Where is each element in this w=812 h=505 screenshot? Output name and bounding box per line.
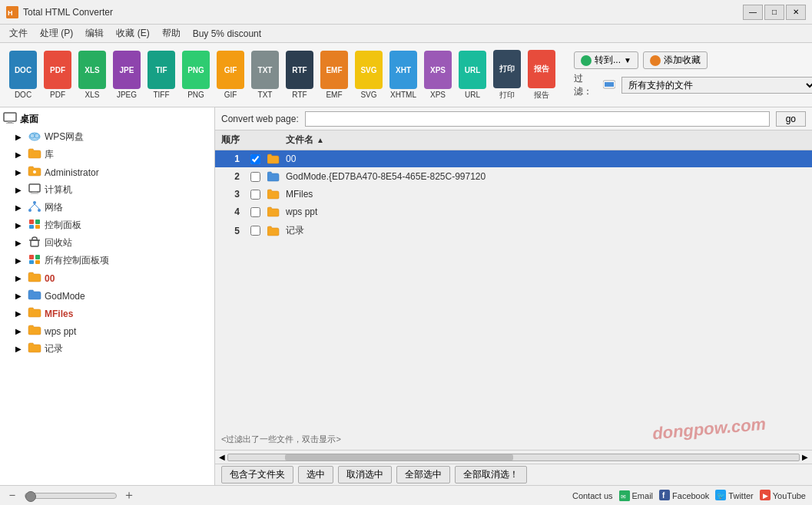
svg-rect-20 — [35, 219, 40, 224]
tool-button-xps[interactable]: XPSXPS — [421, 47, 455, 104]
select-button[interactable]: 选中 — [298, 466, 333, 484]
facebook-button[interactable]: f Facebook — [659, 490, 709, 502]
zoom-minus-icon[interactable]: － — [6, 487, 18, 503]
tool-button-url[interactable]: URLURL — [456, 47, 489, 104]
menu-item-帮助[interactable]: 帮助 — [156, 25, 187, 41]
convert-go-button[interactable]: go — [776, 111, 806, 127]
file-row-3[interactable]: 3 MFiles — [215, 186, 812, 203]
tree-item-control[interactable]: ▶ 控制面板 — [0, 216, 214, 234]
hscroll-left-arrow[interactable]: ◀ — [217, 453, 227, 461]
status-bar: － ＋ Contact us ✉ Email f Facebook 🐦 Twit… — [0, 485, 812, 505]
file-row-4[interactable]: 4 wps ppt — [215, 203, 812, 221]
tree-item-00[interactable]: ▶ 00 — [0, 269, 214, 287]
file-row-2[interactable]: 2 GodMode.{ED7BA470-8E54-465E-825C-99712… — [215, 168, 812, 186]
tool-label-tiff: TIFF — [153, 91, 169, 99]
tree-arrow-icon: ▶ — [15, 292, 26, 300]
tree-item-godmode[interactable]: ▶ GodMode — [0, 287, 214, 305]
menu-item-收藏-(E)[interactable]: 收藏 (E) — [110, 25, 155, 41]
tree-item-allcontrol[interactable]: ▶ 所有控制面板项 — [0, 252, 214, 269]
file-checkbox-2[interactable] — [250, 172, 260, 182]
svg-rect-3 — [605, 82, 614, 87]
tree-arrow-icon: ▶ — [15, 186, 26, 194]
menu-item-编辑[interactable]: 编辑 — [79, 25, 110, 41]
zoom-thumb[interactable] — [25, 491, 36, 502]
tree-item-wps-ppt[interactable]: ▶ wps ppt — [0, 322, 214, 340]
file-checkbox-1[interactable] — [250, 154, 260, 164]
file-row-checkbox[interactable] — [246, 226, 264, 236]
tool-button-xhtml[interactable]: XHTXHTML — [386, 47, 420, 104]
tool-label-txt: TXT — [258, 91, 273, 99]
zoom-plus-icon[interactable]: ＋ — [123, 487, 135, 503]
file-row-checkbox[interactable] — [246, 190, 264, 200]
hscroll-right-arrow[interactable]: ▶ — [800, 453, 810, 461]
tool-button-jpeg[interactable]: JPEJPEG — [110, 47, 144, 104]
close-button[interactable]: ✕ — [786, 5, 806, 20]
email-button[interactable]: ✉ Email — [619, 490, 654, 501]
tree-item-mfiles[interactable]: ▶ MFiles — [0, 305, 214, 322]
col-name-header[interactable]: 文件名 ▲ — [283, 132, 812, 148]
tool-button-png[interactable]: PNGPNG — [179, 47, 213, 104]
maximize-button[interactable]: □ — [764, 5, 784, 20]
goto-button[interactable]: 转到... ▼ — [574, 51, 638, 69]
select-all-button[interactable]: 全部选中 — [396, 466, 450, 484]
tree-item-wps[interactable]: ▶ WPS网盘 — [0, 128, 214, 146]
facebook-label: Facebook — [672, 491, 709, 500]
tool-button-doc[interactable]: DOCDOC — [6, 47, 40, 104]
file-checkbox-3[interactable] — [250, 190, 260, 200]
app-icon: H — [6, 6, 18, 18]
hscroll-track[interactable] — [227, 454, 800, 461]
print-icon: 打印 — [493, 50, 521, 88]
col-num-header[interactable]: 顺序 — [215, 132, 246, 148]
convert-url-input[interactable] — [305, 111, 770, 127]
desktop-label: 桌面 — [20, 113, 38, 126]
filter-dropdown[interactable]: 所有支持的文件 — [621, 77, 812, 94]
tree-item-notes[interactable]: ▶ 记录 — [0, 340, 214, 358]
rtf-icon: RTF — [286, 51, 313, 89]
twitter-button[interactable]: 🐦 Twitter — [715, 490, 753, 502]
tool-label-xls: XLS — [85, 91, 100, 99]
file-checkbox-4[interactable] — [250, 207, 260, 217]
tool-button-rtf[interactable]: RTFRTF — [283, 47, 317, 104]
file-row-checkbox[interactable] — [246, 172, 264, 182]
tool-button-report[interactable]: 报告报告 — [525, 47, 558, 104]
file-row-1[interactable]: 1 00 — [215, 150, 812, 168]
tree-item-network[interactable]: ▶ 网络 — [0, 199, 214, 216]
tree-item-lib[interactable]: ▶ 库 — [0, 146, 214, 163]
tool-button-emf[interactable]: EMFEMF — [317, 47, 351, 104]
deselect-all-button[interactable]: 全部取消选！ — [455, 466, 527, 484]
tool-button-txt[interactable]: TXTTXT — [248, 47, 282, 104]
allcontrol-folder-icon — [28, 253, 41, 268]
menu-item-文件[interactable]: 文件 — [3, 25, 34, 41]
bookmark-button[interactable]: 添加收藏 — [643, 51, 708, 69]
tree-item-computer[interactable]: ▶ 计算机 — [0, 181, 214, 199]
menu-item-处理-(P)[interactable]: 处理 (P) — [34, 25, 79, 41]
file-row-checkbox[interactable] — [246, 207, 264, 217]
minimize-button[interactable]: — — [743, 5, 763, 20]
deselect-button[interactable]: 取消选中 — [338, 466, 392, 484]
youtube-button[interactable]: ▶ YouTube — [760, 490, 806, 502]
filtered-message[interactable]: <过滤出了一些文件，双击显示> — [215, 429, 812, 450]
tool-button-svg[interactable]: SVGSVG — [352, 47, 386, 104]
xhtml-icon: XHT — [389, 51, 417, 89]
menu-item-Buy-5%-discount[interactable]: Buy 5% discount — [187, 27, 267, 41]
tree-arrow-icon: ▶ — [15, 133, 26, 141]
zoom-slider[interactable] — [25, 493, 117, 499]
tool-button-print[interactable]: 打印打印 — [490, 47, 524, 104]
horizontal-scrollbar[interactable]: ◀ ▶ — [215, 450, 812, 464]
hscroll-thumb[interactable] — [285, 454, 513, 460]
include-subfolders-button[interactable]: 包含子文件夹 — [221, 466, 293, 484]
tree-item-desktop[interactable]: 桌面 — [0, 111, 214, 128]
tool-button-xls[interactable]: XLSXLS — [75, 47, 109, 104]
network-folder-icon — [28, 200, 41, 215]
file-row-checkbox[interactable] — [246, 154, 264, 164]
tool-label-rtf: RTF — [292, 91, 307, 99]
tool-button-gif[interactable]: GIFGIF — [214, 47, 247, 104]
mfiles-folder-icon — [28, 306, 41, 321]
svg-rect-13 — [31, 193, 38, 194]
tool-button-pdf[interactable]: PDFPDF — [41, 47, 75, 104]
file-checkbox-5[interactable] — [250, 226, 260, 236]
tool-button-tiff[interactable]: TIFTIFF — [144, 47, 178, 104]
tree-item-recycle[interactable]: ▶ 回收站 — [0, 234, 214, 252]
file-row-5[interactable]: 5 记录 — [215, 221, 812, 241]
tree-item-admin[interactable]: ▶ Administrator — [0, 163, 214, 181]
